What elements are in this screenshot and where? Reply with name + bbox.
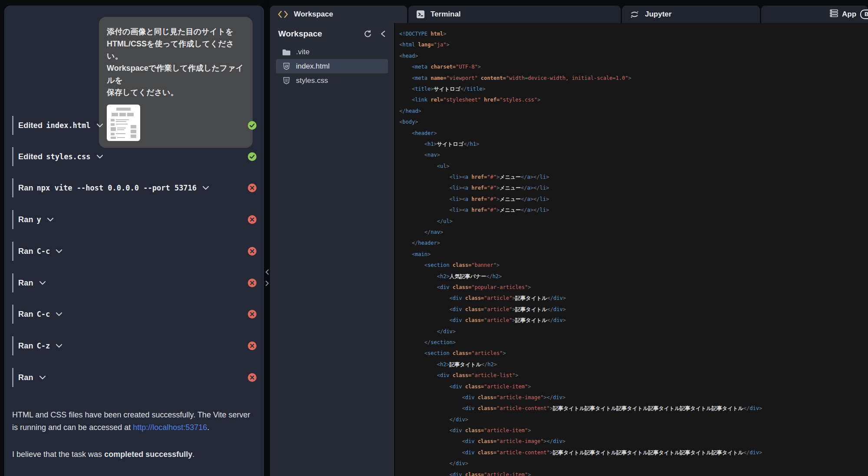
code-token: div <box>453 317 462 323</box>
code-line: </div> <box>399 458 868 469</box>
code-token: <!DOCTYPE <box>399 31 427 37</box>
code-token: </ <box>547 295 553 301</box>
file-row-vite[interactable]: .vite <box>276 45 388 59</box>
code-line: <h1>サイトロゴ</h1> <box>399 139 868 150</box>
action-entry[interactable]: Ran <box>12 368 255 387</box>
code-token: class= <box>450 262 472 268</box>
code-token: </ <box>521 207 527 213</box>
code-token: </ <box>547 317 553 323</box>
action-entry[interactable]: RanC-c <box>12 242 255 261</box>
code-token: header <box>415 130 434 136</box>
workspace-area: WorkspaceTerminalJupyter App BETA Worksp… <box>270 0 868 476</box>
code-line: <div class="article-content">記事タイトル記事タイト… <box>399 447 868 458</box>
code-token: > <box>546 185 549 191</box>
code-token: > <box>528 472 531 476</box>
code-line: <!DOCTYPE html> <box>399 29 868 39</box>
panel-resizer[interactable] <box>264 0 270 476</box>
code-token: class= <box>450 372 472 378</box>
action-entry[interactable]: RanC-c <box>12 305 255 324</box>
code-token: > <box>465 417 468 423</box>
code-token: > <box>528 427 531 433</box>
file-list: .viteindex.htmlstyles.css <box>270 45 394 88</box>
code-token: html <box>427 31 443 37</box>
refresh-icon[interactable] <box>364 30 372 38</box>
code-token: class= <box>474 438 496 444</box>
assistant-message-line2: I believe that the task was completed su… <box>12 448 256 461</box>
code-token: > <box>446 361 449 368</box>
chevron-down-icon[interactable] <box>96 123 103 128</box>
code-editor[interactable]: <!DOCTYPE html><html lang="ja"><head> <m… <box>394 23 868 476</box>
code-token: section <box>431 339 453 345</box>
tab-terminal[interactable]: Terminal <box>408 6 621 23</box>
code-token: < <box>399 350 427 356</box>
code-token: div <box>443 328 453 335</box>
code-token: charset= <box>427 64 456 70</box>
chevron-down-icon[interactable] <box>39 281 46 285</box>
code-token: > <box>465 460 468 466</box>
code-token: li <box>539 185 546 191</box>
code-line: <main> <box>399 249 868 260</box>
code-token: class= <box>462 472 484 476</box>
code-token: </ <box>521 196 527 202</box>
code-token: class= <box>462 295 484 301</box>
tab-workspace[interactable]: Workspace <box>270 6 407 23</box>
chevron-down-icon[interactable] <box>39 375 46 380</box>
code-line: <div class="article">記事タイトル</div> <box>399 304 868 315</box>
code-token: > <box>434 141 437 147</box>
chevron-down-icon[interactable] <box>96 154 103 159</box>
collapse-left-icon[interactable] <box>265 269 269 277</box>
file-name: .vite <box>296 48 309 56</box>
code-token: > <box>446 273 449 279</box>
action-entry[interactable]: Editedindex.html <box>12 116 255 135</box>
code-token: "article-item" <box>484 427 528 433</box>
action-entry[interactable]: Editedstyles.css <box>12 147 255 166</box>
action-entry[interactable]: Rannpx vite --host 0.0.0.0 --port 53716 <box>12 178 255 197</box>
code-token: div <box>553 394 562 400</box>
expand-right-icon[interactable] <box>265 280 269 288</box>
chevron-down-icon[interactable] <box>47 217 54 222</box>
collapse-left-icon[interactable] <box>381 30 385 37</box>
chevron-down-icon[interactable] <box>202 186 209 190</box>
code-token: head <box>405 108 418 114</box>
jupyter-icon <box>630 10 639 19</box>
file-explorer-title: Workspace <box>278 29 355 39</box>
code-token: > <box>563 295 566 301</box>
code-token: a <box>527 196 530 202</box>
code-token: ></ <box>530 185 540 191</box>
code-token: </ <box>486 273 492 279</box>
code-token: 記事タイトル <box>450 361 481 368</box>
file-row-styles.css[interactable]: styles.css <box>276 73 388 88</box>
command-text: C-c <box>37 247 50 256</box>
tab-app[interactable]: App BETA <box>761 6 868 23</box>
tab-jupyter[interactable]: Jupyter <box>622 6 760 23</box>
action-entry[interactable]: Ran <box>12 273 255 292</box>
code-line: </head> <box>399 106 868 117</box>
localhost-link[interactable]: http://localhost:53716 <box>133 423 207 432</box>
code-token: < <box>399 196 453 202</box>
code-token: < <box>399 405 465 411</box>
code-token: </ <box>521 174 527 180</box>
chevron-down-icon[interactable] <box>56 344 62 348</box>
code-token: "popular-articles" <box>471 284 528 290</box>
code-token: < <box>399 306 453 312</box>
code-token: < <box>399 284 440 290</box>
code-token: "#" <box>487 196 496 202</box>
action-entry[interactable]: Rany <box>12 210 255 229</box>
code-token: </ <box>399 108 405 114</box>
file-name: styles.css <box>296 76 328 85</box>
user-message-line: 保存してください。 <box>107 88 178 97</box>
code-token: title <box>467 86 482 92</box>
file-row-index.html[interactable]: index.html <box>276 59 388 73</box>
code-token: 記事タイトル記事タイトル記事タイトル記事タイトル記事タイトル記事タイトル <box>553 405 743 411</box>
chevron-down-icon[interactable] <box>56 312 62 316</box>
code-token: > <box>418 108 421 114</box>
tab-label: Terminal <box>431 10 461 19</box>
code-token: </ <box>399 218 443 224</box>
code-token: class= <box>462 427 484 433</box>
chevron-down-icon[interactable] <box>56 249 62 253</box>
code-token: ></ <box>543 438 553 444</box>
code-token: div <box>553 295 563 301</box>
code-token: > <box>453 328 456 335</box>
code-token: > <box>494 361 497 368</box>
action-entry[interactable]: RanC-z <box>12 336 255 355</box>
